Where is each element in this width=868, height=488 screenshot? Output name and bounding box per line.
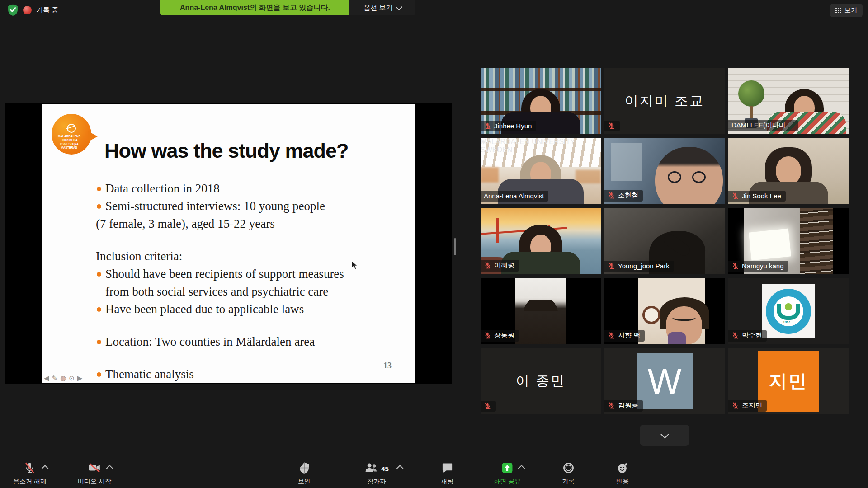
participants-icon: [364, 462, 378, 475]
mouse-cursor: [351, 260, 359, 270]
scene-decor: 1967: [783, 320, 790, 324]
participant-tile-장동원[interactable]: 장동원: [481, 278, 601, 344]
mic-muted-icon: [608, 332, 615, 339]
panel-resize-handle[interactable]: [454, 238, 456, 255]
participant-tile-이혜령[interactable]: 이혜령: [481, 208, 601, 274]
participant-tile-이지미 조교[interactable]: 이지미 조교: [604, 68, 725, 134]
mute-badge: [604, 121, 620, 131]
slide-spacer: [42, 351, 401, 366]
slide-text-line: (7 female, 3 male), aged 15-22 years: [96, 215, 401, 233]
toolbar-label: 화면 공유: [494, 478, 521, 486]
slide-bullet: Location: Two counties in Mälardalen are…: [96, 333, 401, 351]
mic-muted-icon: [731, 262, 739, 270]
view-options-button[interactable]: 옵션 보기: [349, 0, 415, 15]
security-shield-icon: [7, 4, 19, 16]
scene-decor: [668, 332, 686, 344]
participant-tile-조현철[interactable]: 조현철: [604, 138, 725, 204]
toolbar-label: 음소거 해제: [13, 478, 47, 486]
scene-decor: [638, 278, 705, 344]
toolbar-record-button[interactable]: 기록: [562, 462, 575, 486]
gallery-grid-icon: [835, 8, 841, 13]
toolbar-start-video-button[interactable]: 비디오 시작: [78, 462, 111, 486]
chevron-up-icon[interactable]: [518, 465, 525, 472]
participant-name: 조지민: [742, 401, 762, 410]
toolbar-icon-row: [88, 462, 101, 475]
slide-zoom-icon[interactable]: ⊙: [69, 375, 75, 381]
participant-name-text: 이지미 조교: [604, 68, 725, 134]
participant-name: Jinhee Hyun: [494, 122, 532, 130]
toolbar-icon-row: [299, 462, 310, 475]
participant-tile-김원룡[interactable]: W 김원룡: [604, 348, 725, 414]
toolbar-chat-button[interactable]: 채팅: [441, 462, 453, 486]
slide-bullet: Data collection in 2018: [96, 180, 401, 197]
slide-page-number: 13: [383, 361, 392, 371]
chevron-down-icon: [660, 430, 669, 438]
toolbar-icon-row: [501, 462, 514, 475]
scene-decor: [496, 218, 499, 243]
participant-name: 장동원: [494, 331, 514, 340]
camera-muted-icon: [88, 462, 101, 475]
chevron-up-icon[interactable]: [42, 465, 49, 472]
chevron-down-icon: [395, 3, 402, 10]
scene-decor: 지민: [758, 351, 819, 412]
toolbar-security-button[interactable]: 보안: [298, 462, 311, 486]
scene-decor: [672, 313, 696, 321]
chevron-up-icon[interactable]: [106, 465, 113, 472]
view-button-label: 보기: [844, 6, 857, 14]
name-label: Young_joon Park: [604, 261, 674, 272]
name-label: 조현철: [604, 190, 643, 202]
view-button[interactable]: 보기: [830, 4, 863, 17]
scene-decor: [642, 306, 660, 324]
participant-tile-Young_joon Park[interactable]: Young_joon Park: [604, 208, 725, 274]
slide-bullet: Thematic analysis: [96, 366, 401, 383]
participant-tile-이 종민[interactable]: 이 종민: [481, 348, 601, 414]
toolbar-share-button[interactable]: 화면 공유: [494, 462, 521, 486]
mute-badge: [481, 401, 496, 412]
logo-text: MÄLARDALENS HÖGSKOLA ESKILSTUNA VÄSTERÅS: [52, 135, 87, 150]
participant-tile-박수현[interactable]: 1967 박수현: [728, 278, 849, 344]
toolbar-reactions-button[interactable]: 반응: [616, 462, 629, 486]
slide-spacer: [42, 233, 401, 248]
recording-indicator: 기록 중: [7, 4, 58, 16]
participant-tile-Namgyu kang[interactable]: Namgyu kang: [728, 208, 849, 274]
toolbar-unmute-button[interactable]: 음소거 해제: [13, 462, 47, 486]
toolbar-label: 채팅: [441, 478, 453, 486]
participant-tile-지향 백[interactable]: 지향 백: [604, 278, 725, 344]
participant-tile-Jinhee Hyun[interactable]: Jinhee Hyun: [481, 68, 601, 134]
mic-muted-icon: [24, 462, 36, 476]
prev-slide-icon[interactable]: ◀: [44, 375, 49, 381]
mic-muted-icon: [484, 332, 491, 339]
zoom-meeting-window: 기록 중 Anna-Lena Almqvist의 화면을 보고 있습니다. 옵션…: [0, 0, 868, 488]
toolbar-icon-row: [562, 462, 575, 475]
name-label: Jin Sook Lee: [728, 191, 786, 202]
participant-name: Jin Sook Lee: [742, 192, 781, 200]
participant-tile-DAMI LEE(이다미 ...[interactable]: DAMI LEE(이다미 ...: [728, 68, 849, 134]
toolbar-label: 기록: [562, 478, 575, 486]
participant-tile-조지민[interactable]: 지민 조지민: [728, 348, 849, 414]
slide-bullet: Have been placed due to applicable laws: [96, 300, 401, 318]
name-label: DAMI LEE(이다미 ...: [728, 120, 798, 131]
slide-overview-icon[interactable]: ◍: [60, 375, 66, 381]
scene-decor: [785, 303, 792, 310]
next-slide-icon[interactable]: ▶: [77, 375, 83, 381]
reactions-icon: [617, 462, 629, 476]
participant-count: 45: [381, 465, 389, 473]
pen-tool-icon[interactable]: ✎: [52, 375, 58, 381]
toolbar-label: 비디오 시작: [78, 478, 111, 486]
scene-decor: W: [637, 353, 693, 409]
toolbar-label: 보안: [298, 478, 311, 486]
scene-decor: [668, 171, 681, 183]
participant-tile-Jin Sook Lee[interactable]: Jin Sook Lee: [728, 138, 849, 204]
participant-name: Anna-Lena Almqvist: [484, 192, 544, 200]
mic-muted-icon: [484, 262, 491, 269]
mic-muted-icon: [731, 192, 739, 200]
participant-name: Young_joon Park: [618, 262, 670, 270]
toolbar-participants-button[interactable]: 45참가자: [364, 462, 389, 486]
slide-nav-toolbar[interactable]: ◀ ✎ ◍ ⊙ ▶: [44, 375, 82, 381]
chevron-up-icon[interactable]: [396, 465, 404, 472]
participant-tile-Anna-Lena Almqvist[interactable]: ✦MÄLARDALEN UNIVERSITYSWEDENAnna-Lena Al…: [481, 138, 601, 204]
collapse-gallery-button[interactable]: [640, 425, 689, 446]
shield-icon: [299, 462, 310, 476]
toolbar-label: 참가자: [367, 478, 386, 486]
mic-muted-icon: [608, 192, 615, 199]
